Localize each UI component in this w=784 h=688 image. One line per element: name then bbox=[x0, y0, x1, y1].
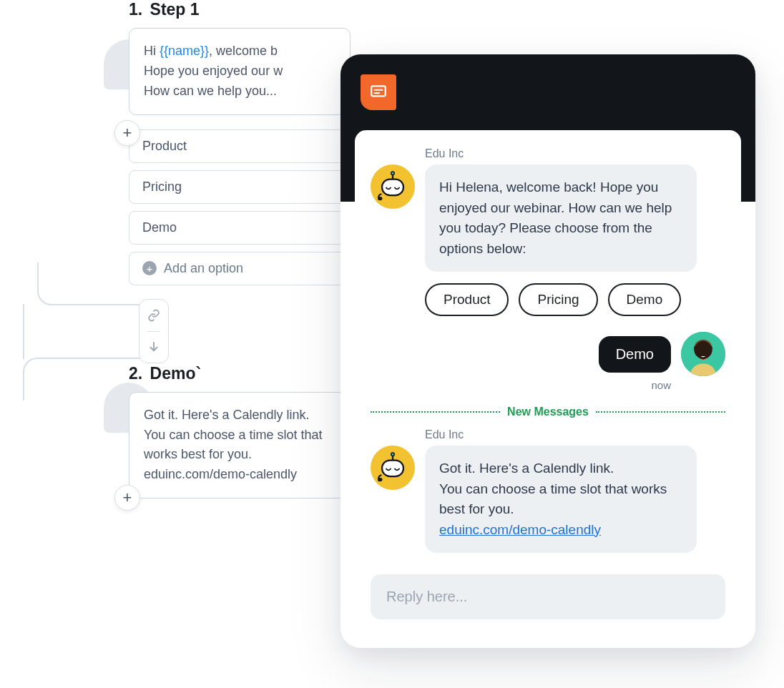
message-link: eduinc.com/demo-calendly bbox=[144, 467, 297, 481]
chip-label: Demo bbox=[627, 292, 663, 307]
bot-message-text: You can choose a time slot that works be… bbox=[439, 481, 667, 517]
chat-widget: Edu Inc Hi Helena, welcome back! Hope yo… bbox=[340, 54, 755, 648]
bot-message-row: Got it. Here's a Calendly link. You can … bbox=[371, 446, 725, 553]
chip-product[interactable]: Product bbox=[425, 283, 509, 316]
svg-point-12 bbox=[391, 453, 395, 456]
option-item[interactable]: Demo bbox=[129, 211, 351, 245]
user-avatar bbox=[681, 332, 725, 376]
message-text: You can choose a time slot that bbox=[144, 428, 323, 442]
bot-bubble: Got it. Here's a Calendly link. You can … bbox=[425, 446, 697, 553]
reply-placeholder: Reply here... bbox=[386, 589, 467, 604]
arrow-down-icon[interactable] bbox=[147, 332, 160, 363]
divider-line bbox=[371, 411, 500, 413]
robot-icon bbox=[376, 451, 410, 485]
user-message-text: Demo bbox=[616, 346, 654, 362]
step-name: Demo` bbox=[150, 364, 202, 383]
svg-point-8 bbox=[699, 351, 701, 353]
sender-name: Edu Inc bbox=[425, 428, 725, 441]
step-index: 1. bbox=[129, 0, 142, 19]
flow-builder: 1. Step 1 Hi {{name}}, welcome b Hope yo… bbox=[129, 0, 351, 498]
bot-message-text: Got it. Here's a Calendly link. bbox=[439, 461, 614, 476]
bot-avatar bbox=[371, 446, 415, 490]
person-icon bbox=[681, 332, 725, 376]
step-message-card[interactable]: Hi {{name}}, welcome b Hope you enjoyed … bbox=[129, 28, 351, 115]
template-variable: {{name}} bbox=[160, 44, 209, 58]
option-label: Pricing bbox=[142, 180, 182, 194]
robot-icon bbox=[376, 169, 410, 204]
calendly-link[interactable]: eduinc.com/demo-calendly bbox=[439, 522, 601, 537]
svg-rect-1 bbox=[382, 180, 403, 196]
bot-bubble: Hi Helena, welcome back! Hope you enjoye… bbox=[425, 164, 697, 272]
step-message-card[interactable]: Got it. Here's a Calendly link. You can … bbox=[129, 392, 351, 499]
user-bubble: Demo bbox=[599, 336, 671, 373]
new-messages-divider: New Messages bbox=[371, 406, 725, 418]
sender-name: Edu Inc bbox=[425, 147, 725, 160]
divider-label: New Messages bbox=[507, 406, 589, 418]
option-list: Product Pricing Demo + Add an option bbox=[129, 129, 351, 285]
svg-rect-10 bbox=[382, 461, 403, 477]
step-title: 2. Demo` bbox=[129, 364, 351, 383]
chip-demo[interactable]: Demo bbox=[608, 283, 682, 316]
add-option-label: Add an option bbox=[164, 261, 243, 276]
message-text: Hope you enjoyed our w bbox=[144, 64, 283, 78]
message-timestamp: now bbox=[371, 379, 671, 391]
divider-line bbox=[596, 411, 725, 413]
svg-point-9 bbox=[705, 351, 707, 353]
option-item[interactable]: Product bbox=[129, 129, 351, 163]
link-icon[interactable] bbox=[147, 300, 160, 332]
chat-body: Edu Inc Hi Helena, welcome back! Hope yo… bbox=[355, 130, 741, 634]
chat-icon bbox=[369, 83, 388, 102]
bot-message-row: Hi Helena, welcome back! Hope you enjoye… bbox=[371, 164, 725, 272]
svg-point-4 bbox=[378, 197, 382, 200]
brand-logo bbox=[361, 74, 396, 110]
option-item[interactable]: Pricing bbox=[129, 170, 351, 204]
message-text: works best for you. bbox=[144, 447, 252, 461]
reply-input[interactable]: Reply here... bbox=[371, 574, 725, 619]
step-name: Step 1 bbox=[150, 0, 200, 19]
option-label: Demo bbox=[142, 220, 177, 235]
message-text: Got it. Here's a Calendly link. bbox=[144, 408, 310, 422]
chip-pricing[interactable]: Pricing bbox=[519, 283, 597, 316]
add-step-button[interactable]: + bbox=[114, 120, 140, 146]
option-label: Product bbox=[142, 139, 187, 153]
bot-message-text: Hi Helena, welcome back! Hope you enjoye… bbox=[439, 180, 672, 256]
message-text: Hi bbox=[144, 44, 160, 58]
add-option-button[interactable]: + Add an option bbox=[129, 252, 351, 285]
user-message-row: Demo bbox=[371, 332, 725, 376]
svg-point-13 bbox=[378, 478, 382, 481]
bot-avatar bbox=[371, 164, 415, 209]
chip-label: Product bbox=[444, 292, 490, 307]
chip-label: Pricing bbox=[537, 292, 579, 307]
step-title: 1. Step 1 bbox=[129, 0, 351, 19]
svg-rect-0 bbox=[371, 86, 386, 96]
flow-step-2: 2. Demo` Got it. Here's a Calendly link.… bbox=[129, 364, 351, 499]
flow-step-1: 1. Step 1 Hi {{name}}, welcome b Hope yo… bbox=[129, 0, 351, 285]
message-text: , welcome b bbox=[209, 44, 278, 58]
connector-tool bbox=[139, 299, 169, 363]
add-step-button[interactable]: + bbox=[114, 485, 140, 511]
svg-point-3 bbox=[391, 172, 395, 175]
connector-line bbox=[37, 262, 152, 305]
message-text: How can we help you... bbox=[144, 84, 277, 98]
connector-line bbox=[23, 304, 24, 359]
quick-reply-chips: Product Pricing Demo bbox=[425, 283, 725, 316]
